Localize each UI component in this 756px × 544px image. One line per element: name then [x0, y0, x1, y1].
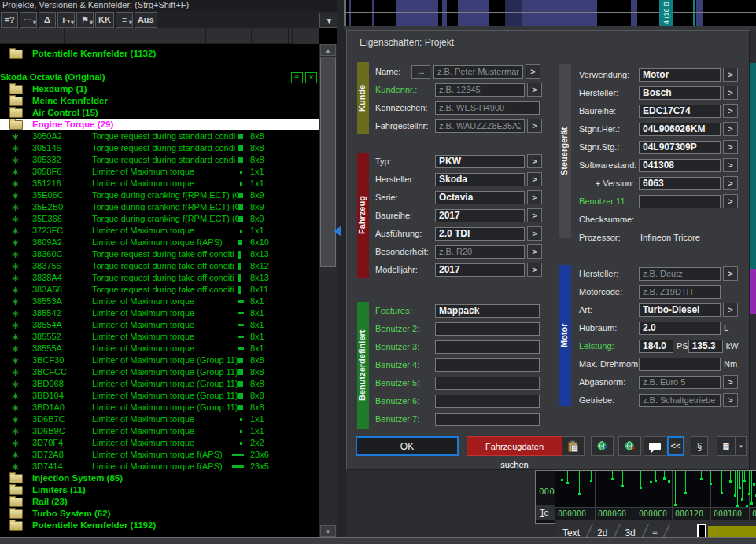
collapse-dialog-button[interactable]: <<: [667, 436, 684, 456]
expand-button[interactable]: >: [723, 86, 738, 100]
field-input[interactable]: [639, 86, 721, 100]
expand-button[interactable]: >: [723, 104, 738, 118]
expand-button[interactable]: >: [723, 140, 738, 154]
tree-folder[interactable]: Rail (23): [0, 496, 319, 508]
map-row[interactable]: ∗ 3D72A8 Limiter of Maximum torque f(APS…: [0, 449, 319, 461]
field-input[interactable]: [639, 195, 721, 208]
field-input[interactable]: [639, 68, 721, 82]
expand-button[interactable]: >: [527, 119, 542, 133]
expand-button[interactable]: >: [723, 266, 738, 281]
tree-folder[interactable]: Injection System (85): [0, 472, 319, 484]
expand-button[interactable]: >: [723, 375, 738, 389]
hex-window-behind[interactable]: 000 Te: [535, 470, 557, 524]
hex-overview-strip[interactable]: 4 (16 B: [344, 0, 756, 26]
tree-folder[interactable]: Air Control (15): [0, 107, 319, 119]
map-row[interactable]: ∗ 305332 Torque request during standard …: [0, 154, 319, 166]
search-vehicle-data-button[interactable]: Fahrzeugdaten suchen: [467, 436, 562, 456]
map-row[interactable]: ∗ 3D70F4 Limiter of Maximum torque 2x2: [0, 437, 319, 449]
expand-button[interactable]: >: [723, 393, 738, 407]
splitter-collapse-icon[interactable]: [334, 226, 341, 237]
tree-folder[interactable]: Meine Kennfelder: [0, 95, 319, 107]
map-row[interactable]: ∗ 351216 Limiter of Maximum torque 1x1: [0, 178, 319, 189]
expand-button[interactable]: >: [527, 263, 542, 277]
field-input[interactable]: [433, 65, 523, 79]
tree-folder[interactable]: Potentielle Kennfelder (1132): [0, 48, 319, 60]
field-input[interactable]: [435, 358, 540, 372]
map-row[interactable]: ∗ 3058F6 Limiter of Maximum torque 1x1: [0, 166, 319, 178]
map-row[interactable]: ∗ 3809A2 Limiter of Maximum torque f(APS…: [0, 237, 319, 248]
field-input[interactable]: [435, 322, 540, 336]
field-input[interactable]: [435, 155, 525, 168]
expand-button[interactable]: >: [723, 158, 738, 172]
map-row[interactable]: ∗ 38555A Limiter of Maximum torque 8x1: [0, 343, 319, 355]
project-close-icon[interactable]: ×: [305, 72, 317, 83]
2d-plot[interactable]: [555, 471, 756, 507]
toolbar-button[interactable]: ≡▾: [116, 12, 133, 28]
map-row[interactable]: ∗ 305146 Torque request during standard …: [0, 142, 319, 154]
expand-button[interactable]: >: [723, 122, 738, 136]
text-tab[interactable]: Te: [536, 505, 557, 520]
field-input[interactable]: [435, 395, 540, 408]
column-header[interactable]: [252, 28, 289, 44]
toolbar-button[interactable]: ···▾: [20, 12, 37, 28]
map-row[interactable]: ∗ 3BD068 Limiter of Maximum torque (Grou…: [0, 378, 319, 390]
tree-folder[interactable]: Hexdump (1): [0, 83, 319, 95]
map-row[interactable]: ∗ 3D6B7C Limiter of Maximum torque 1x1: [0, 414, 319, 425]
field-input[interactable]: [435, 304, 540, 318]
expand-button[interactable]: >: [723, 303, 738, 317]
map-row[interactable]: ∗ 38554A Limiter of Maximum torque 8x1: [0, 319, 319, 331]
expand-button[interactable]: >: [527, 154, 542, 168]
chevron-down-icon[interactable]: ˇ: [319, 0, 322, 9]
ok-button[interactable]: OK: [356, 436, 459, 456]
map-row[interactable]: ∗ 3BD104 Limiter of Maximum torque (Grou…: [0, 390, 319, 402]
expand-button[interactable]: >: [723, 68, 738, 82]
field-input[interactable]: [435, 119, 525, 133]
field-input[interactable]: [639, 177, 721, 190]
expand-button[interactable]: >: [527, 208, 542, 222]
upload-to-web-button[interactable]: [618, 436, 641, 456]
column-header[interactable]: [0, 28, 65, 44]
field-input[interactable]: [435, 340, 540, 354]
comment-button[interactable]: [644, 436, 666, 456]
field-input[interactable]: [639, 267, 721, 281]
map-row[interactable]: ∗ 38553A Limiter of Maximum torque 8x1: [0, 296, 319, 307]
map-row[interactable]: ∗ 385552 Limiter of Maximum torque 8x1: [0, 331, 319, 343]
field-input[interactable]: [435, 191, 525, 204]
field-input[interactable]: [639, 105, 721, 118]
tree-project-row[interactable]: Skoda Octavia (Original) ≡ ×: [0, 72, 319, 83]
map-row[interactable]: ∗ 383756 Torque request during take off …: [0, 260, 319, 272]
field-input[interactable]: [435, 83, 525, 97]
field-input[interactable]: [435, 413, 540, 426]
map-row[interactable]: ∗ 3D7414 Limiter of Maximum torque f(APS…: [0, 461, 319, 472]
tree-folder[interactable]: Limiters (11): [0, 484, 319, 496]
expand-button[interactable]: >: [723, 176, 738, 190]
expand-button[interactable]: >: [527, 190, 542, 204]
toolbar-button[interactable]: Δ: [39, 12, 56, 28]
toolbar-button[interactable]: KK: [95, 12, 114, 28]
map-row[interactable]: ∗ 3050A2 Torque request during standard …: [0, 130, 319, 142]
map-row[interactable]: ∗ 3BCFCC Limiter of Maximum torque (Grou…: [0, 366, 319, 378]
expand-button[interactable]: >: [723, 194, 738, 208]
field-input-secondary[interactable]: [688, 340, 723, 353]
map-row[interactable]: ∗ 383A58 Torque request during take off …: [0, 284, 319, 296]
toolbar-button[interactable]: ⚑▾: [76, 12, 94, 28]
tree-folder-selected[interactable]: Engine Torque (29): [0, 119, 319, 130]
field-input[interactable]: [435, 173, 525, 186]
notes-dropdown-icon[interactable]: ▾: [736, 436, 747, 456]
field-input[interactable]: [639, 322, 721, 335]
legal-button[interactable]: §: [691, 436, 708, 456]
tree-folder[interactable]: Potentielle Kennfelder (1192): [0, 520, 319, 531]
field-input[interactable]: [639, 123, 721, 136]
expand-button[interactable]: >: [526, 64, 540, 79]
field-input[interactable]: [435, 377, 540, 390]
map-row[interactable]: ∗ 3723FC Limiter of Maximum torque 1x1: [0, 225, 319, 237]
field-input[interactable]: [435, 227, 525, 241]
map-row[interactable]: ∗ 3838A4 Torque request during take off …: [0, 272, 319, 284]
scroll-down-icon[interactable]: ▼: [320, 525, 336, 537]
field-input[interactable]: [435, 263, 525, 277]
download-from-web-button[interactable]: [591, 436, 614, 456]
map-row[interactable]: ∗ 35E06C Torque during cranking f(RPM,EC…: [0, 189, 319, 201]
column-header[interactable]: [206, 28, 252, 44]
map-row[interactable]: ∗ 38360C Torque request during take off …: [0, 248, 319, 260]
field-input[interactable]: [435, 101, 540, 115]
